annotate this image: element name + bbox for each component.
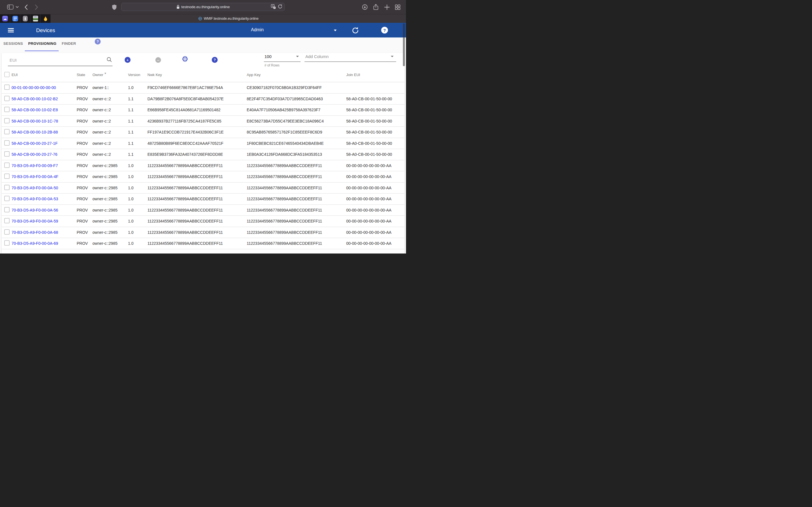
owner-sort-remove-icon[interactable]: × — [104, 73, 106, 75]
cell-version: 1.1 — [128, 152, 147, 157]
privacy-shield-icon[interactable] — [112, 0, 117, 14]
eui-link[interactable]: 58-A0-CB-00-00-10-02-E8 — [11, 108, 58, 112]
reload-icon[interactable] — [278, 4, 282, 10]
eui-link[interactable]: 70-B3-D5-A9-F0-00-0A-69 — [11, 241, 58, 245]
eui-link[interactable]: 58-A0-CB-00-00-20-27-1F — [11, 141, 57, 146]
gray-app-icon — [23, 16, 28, 21]
cell-state: PROV — [77, 241, 93, 245]
pinned-tab-gray[interactable] — [20, 14, 31, 23]
sidebar-chevron-icon[interactable] — [15, 0, 20, 14]
new-tab-icon[interactable] — [384, 0, 390, 14]
header-owner[interactable]: Owner× — [93, 73, 128, 77]
downloads-icon[interactable] — [362, 0, 368, 14]
account-select[interactable]: Admin — [250, 26, 341, 35]
tab-provisioning[interactable]: PROVISIONING — [28, 41, 56, 46]
eui-link[interactable]: 58-A0-CB-00-00-10-2B-88 — [11, 130, 58, 134]
pinned-tab-cloud[interactable]: ☁ — [0, 14, 10, 23]
row-checkbox[interactable] — [4, 107, 10, 112]
sidebar-toggle-icon[interactable] — [6, 0, 14, 14]
cell-state: PROV — [77, 86, 93, 90]
row-checkbox[interactable] — [4, 84, 10, 90]
back-button-icon[interactable] — [23, 0, 29, 14]
header-state[interactable]: State — [77, 73, 93, 77]
active-tab-underline — [25, 50, 59, 51]
share-icon[interactable] — [373, 0, 379, 14]
cell-app-key: 112233445566778899AABBCCDDEEFF11 — [247, 196, 346, 201]
pinned-tab-firebase[interactable] — [41, 14, 51, 23]
cell-version: 1.0 — [128, 86, 147, 90]
eui-link[interactable]: 00-01-00-00-00-00-00-00 — [11, 86, 56, 90]
search-icon[interactable] — [107, 57, 112, 63]
eui-link[interactable]: 70-B3-D5-A9-F0-00-0A-53 — [11, 196, 58, 201]
row-checkbox[interactable] — [4, 96, 10, 101]
scrollbar-thumb[interactable] — [403, 23, 405, 66]
menu-icon[interactable] — [8, 28, 14, 33]
settings-gear-icon[interactable]: ⚙ — [182, 55, 188, 63]
row-checkbox[interactable] — [4, 185, 10, 190]
add-device-button[interactable]: + — [124, 57, 131, 63]
remove-device-button[interactable]: − — [155, 57, 161, 63]
row-checkbox[interactable] — [4, 229, 10, 235]
row-checkbox[interactable] — [4, 163, 10, 168]
table-row: 70-B3-D5-A9-F0-00-09-F7 PROV owner-c::29… — [2, 160, 404, 172]
row-checkbox[interactable] — [4, 129, 10, 134]
eui-link[interactable]: 70-B3-D5-A9-F0-00-0A-56 — [11, 208, 58, 212]
rows-per-page-value: 100 — [264, 54, 271, 59]
cell-app-key: 1F80CBEBC821CE67465540434DBAEB4E — [247, 141, 346, 146]
pinned-tab-usda[interactable]: USDA — [31, 14, 41, 23]
row-checkbox[interactable] — [4, 218, 10, 223]
row-checkbox[interactable] — [4, 207, 10, 212]
row-checkbox[interactable] — [4, 118, 10, 123]
header-version[interactable]: Version — [128, 73, 147, 77]
eui-link[interactable]: 58-A0-CB-00-00-20-27-76 — [11, 152, 57, 157]
chevron-down-icon — [296, 56, 299, 57]
cell-owner: owner-c::2985 — [93, 241, 128, 245]
table-help-button[interactable]: ? — [212, 57, 218, 63]
translate-icon[interactable]: A* — [271, 4, 276, 10]
header-nwk-key[interactable]: Nwk Key — [147, 73, 247, 77]
cell-join-eui: 58-A0-CB-00-01-50-00-00 — [346, 97, 404, 101]
cell-state: PROV — [77, 174, 93, 179]
refresh-button[interactable] — [352, 27, 359, 35]
cell-owner: owner-c::2 — [93, 152, 128, 157]
eui-link[interactable]: 70-B3-D5-A9-F0-00-0A-4F — [11, 174, 58, 179]
url-text: testnode.eu.thingularity.online — [181, 5, 230, 9]
cell-nwk-key: 112233445566778899AABBCCDDEEFF11 — [147, 219, 247, 223]
forward-button-icon[interactable] — [34, 0, 39, 14]
pinned-tab-docs[interactable] — [10, 14, 20, 23]
row-checkbox[interactable] — [4, 151, 10, 157]
eui-search-input[interactable] — [9, 56, 107, 64]
url-bar[interactable]: testnode.eu.thingularity.online A* — [121, 3, 285, 11]
eui-link[interactable]: 58-A0-CB-00-00-10-1C-78 — [11, 119, 58, 123]
cell-owner: owner-c::2 — [93, 108, 128, 112]
eui-link[interactable]: 70-B3-D5-A9-F0-00-0A-68 — [11, 230, 58, 235]
eui-link[interactable]: 70-B3-D5-A9-F0-00-09-F7 — [11, 163, 58, 168]
eui-link[interactable]: 70-B3-D5-A9-F0-00-0A-50 — [11, 186, 58, 190]
cell-version: 1.1 — [128, 141, 147, 146]
row-checkbox[interactable] — [4, 240, 10, 245]
header-app-key[interactable]: App Key — [247, 73, 346, 77]
row-checkbox[interactable] — [4, 196, 10, 201]
cell-join-eui: 58-A0-CB-00-01-50-00-00 — [346, 130, 404, 134]
table-row: 58-A0-CB-00-00-10-2B-88 PROV owner-c::2 … — [2, 127, 404, 138]
cell-owner: owner-c::2985 — [93, 163, 128, 168]
header-eui[interactable]: EUI — [11, 73, 77, 77]
tab-sessions[interactable]: SESSIONS — [3, 41, 23, 46]
header-join-eui[interactable]: Join EUI — [346, 73, 404, 77]
tab-finder[interactable]: FINDER — [62, 41, 76, 46]
cell-join-eui: 58-A0-CB-00-01-50-00-00 — [346, 119, 404, 123]
row-checkbox[interactable] — [4, 173, 10, 179]
cell-app-key: 112233445566778899AABBCCDDEEFF11 — [247, 241, 346, 245]
tab-overview-icon[interactable] — [395, 0, 401, 14]
select-all-checkbox[interactable] — [4, 72, 10, 77]
eui-link[interactable]: 58-A0-CB-00-00-10-02-B2 — [11, 97, 58, 101]
active-tab[interactable]: WMIF:testnode.eu.thingularity.online — [51, 14, 406, 23]
cell-join-eui: 58-A0-CB-00-01-50-00-00 — [346, 152, 404, 157]
svg-text:A: A — [272, 5, 273, 7]
eui-link[interactable]: 70-B3-D5-A9-F0-00-0A-59 — [11, 219, 58, 223]
cell-join-eui: 00-00-00-00-00-00-00-AA — [346, 230, 404, 235]
tabs-help-button[interactable]: ? — [95, 39, 101, 45]
row-checkbox[interactable] — [4, 140, 10, 146]
cell-owner: owner-c::2 — [93, 130, 128, 134]
help-button[interactable]: ? — [381, 27, 388, 34]
